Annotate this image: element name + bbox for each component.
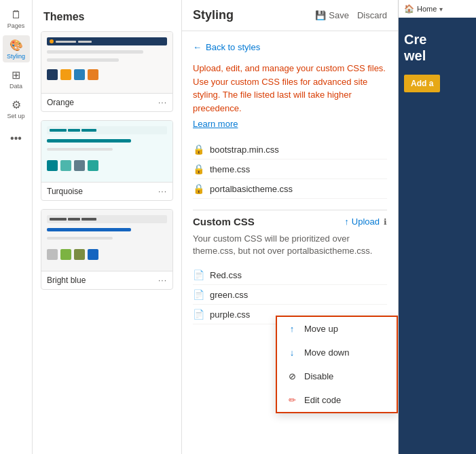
context-menu-move-down[interactable]: ↓ Move down [277,341,397,364]
context-menu-edit-code[interactable]: ✏ Edit code [277,388,397,412]
css-file-green[interactable]: 📄 green.css [193,285,387,305]
custom-css-header: Custom CSS ↑ Upload ℹ [193,216,387,227]
custom-file-icon: 📄 [193,269,204,280]
sidebar-label-setup: Set up [7,113,24,119]
builtin-css-list: 🔒 bootstrap.min.css 🔒 theme.css 🔒 portal… [193,140,387,199]
preview-home-bar: 🏠 Home ▾ [399,0,476,18]
save-icon: 💾 [315,10,326,20]
theme-label-turquoise: Turquoise ··· [41,182,172,200]
setup-icon: ⚙ [12,98,21,111]
file-icon: 🔒 [193,164,204,174]
move-up-icon: ↑ [287,324,297,334]
custom-file-icon: 📄 [193,289,204,300]
preview-add-button[interactable]: Add a [404,75,440,92]
upload-area: ↑ Upload ℹ [344,216,387,227]
sidebar-item-styling[interactable]: 🎨 Styling [3,35,30,62]
sidebar-item-setup[interactable]: ⚙ Set up [3,95,30,122]
theme-label-brightblue: Bright blue ··· [41,271,172,289]
sidebar-label-styling: Styling [7,53,25,60]
styling-icon: 🎨 [10,39,23,52]
custom-file-icon: 📄 [193,309,204,320]
sidebar: 🗒 Pages 🎨 Styling ⊞ Data ⚙ Set up ••• [0,0,33,454]
custom-css-title: Custom CSS [193,216,255,227]
header-actions: 💾 Save Discard [315,10,387,20]
context-menu-disable[interactable]: ⊘ Disable [277,364,397,388]
context-menu: ↑ Move up ↓ Move down ⊘ Disable ✏ Edit c… [276,316,398,413]
css-file-theme[interactable]: 🔒 theme.css [193,159,387,179]
back-arrow-icon: ← [193,42,202,52]
themes-panel: Themes Orange ··· [33,0,182,454]
edit-code-icon: ✏ [287,395,297,405]
sidebar-item-data[interactable]: ⊞ Data [3,65,30,92]
file-icon: 🔒 [193,144,204,155]
upload-icon: ↑ [344,216,349,227]
main-header: Styling 💾 Save Discard [182,0,398,31]
preview-content: Cre wel Add a [399,18,476,106]
pages-icon: 🗒 [11,9,22,21]
upload-button[interactable]: ↑ Upload [344,216,380,227]
css-file-bootstrap[interactable]: 🔒 bootstrap.min.css [193,140,387,159]
css-file-portalbasic[interactable]: 🔒 portalbasictheme.css [193,179,387,199]
data-icon: ⊞ [12,69,20,81]
sidebar-item-more[interactable]: ••• [3,125,30,152]
context-menu-move-up[interactable]: ↑ Move up [277,317,397,341]
theme-card-turquoise[interactable]: Turquoise ··· [41,120,173,201]
css-file-red[interactable]: 📄 Red.css [193,265,387,285]
learn-more-link[interactable]: Learn more [193,119,387,129]
save-button[interactable]: 💾 Save [315,10,349,20]
theme-brightblue-more[interactable]: ··· [158,276,167,285]
page-title: Styling [193,8,234,22]
preview-panel: 🏠 Home ▾ Cre wel Add a [398,0,476,454]
discard-button[interactable]: Discard [357,10,387,20]
theme-label-orange: Orange ··· [41,93,172,111]
theme-card-orange[interactable]: Orange ··· [41,31,173,112]
preview-heading: Cre wel [404,31,471,64]
theme-orange-more[interactable]: ··· [158,98,167,107]
chevron-icon: ▾ [439,5,443,13]
custom-css-info: Your custom CSS will be prioritized over… [193,233,387,257]
section-divider [193,210,387,210]
sidebar-label-pages: Pages [7,22,25,29]
move-down-icon: ↓ [287,347,297,358]
info-text: Upload, edit, and manage your custom CSS… [193,62,387,115]
home-label: Home [417,5,437,13]
back-to-styles-link[interactable]: ← Back to styles [193,42,387,52]
themes-header: Themes [33,0,181,31]
main-content: Styling 💾 Save Discard ← Back to styles … [182,0,398,454]
info-icon: ℹ [384,217,387,227]
sidebar-item-pages[interactable]: 🗒 Pages [3,5,30,33]
sidebar-label-data: Data [10,83,22,90]
theme-card-brightblue[interactable]: Bright blue ··· [41,209,173,290]
disable-icon: ⊘ [287,371,297,381]
theme-turquoise-more[interactable]: ··· [158,187,167,196]
file-icon: 🔒 [193,183,204,194]
more-icon: ••• [10,132,22,145]
home-icon: 🏠 [404,4,414,14]
